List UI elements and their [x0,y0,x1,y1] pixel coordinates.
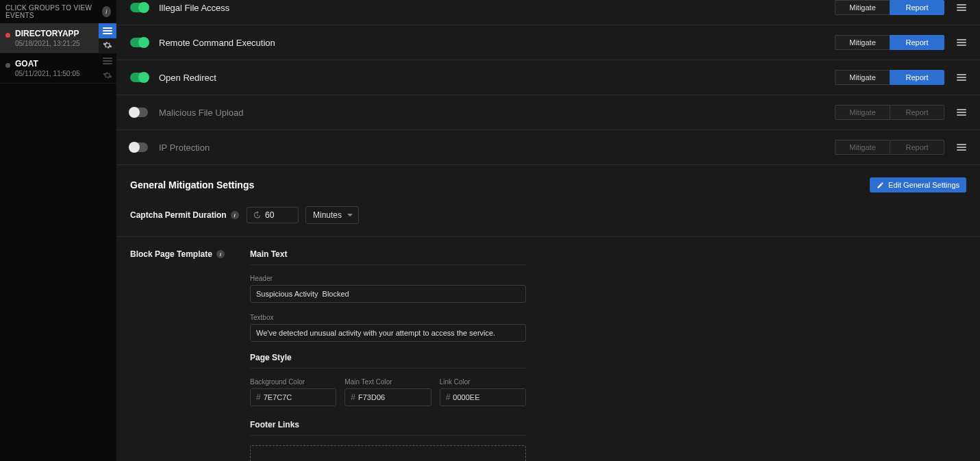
rule-row: Illegal File Access Mitigate Report [116,0,980,25]
pencil-icon [877,182,884,189]
duration-unit-select[interactable]: Minutes [305,206,359,224]
report-button[interactable]: Report [890,35,944,50]
hash-icon: # [351,393,355,402]
duration-input[interactable] [247,207,299,223]
info-icon[interactable]: i [216,250,225,258]
rule-row: Remote Command Execution Mitigate Report [116,25,980,60]
info-icon[interactable]: i [102,6,111,17]
header-input[interactable] [250,285,526,303]
sidebar: CLICK GROUPS TO VIEW EVENTS i DIRECTORYA… [0,0,116,461]
main-text-color-input[interactable]: # [344,388,431,406]
mitigate-button[interactable]: Mitigate [835,70,890,85]
rule-row: Malicious File Upload Mitigate Report [116,95,980,130]
rule-name: Open Redirect [159,73,216,83]
mitigate-button[interactable]: Mitigate [835,140,890,155]
link-color-input[interactable]: # [440,388,526,406]
report-button[interactable]: Report [890,140,944,155]
footer-links-heading: Footer Links [250,420,526,436]
sidebar-header-text: CLICK GROUPS TO VIEW EVENTS [5,4,102,19]
report-button[interactable]: Report [890,0,944,15]
captcha-duration-row: Captcha Permit Duration i Minutes [116,199,980,237]
textbox-label: Textbox [250,314,526,321]
duration-value-input[interactable] [265,210,292,220]
sidebar-group-goat[interactable]: GOAT 05/11/2021, 11:50:05 [0,53,116,84]
rule-name: Remote Command Execution [159,38,275,48]
row-menu-icon[interactable] [957,39,966,46]
group-date: 05/18/2021, 13:21:25 [15,40,110,47]
hash-icon: # [256,393,261,402]
rule-row: IP Protection Mitigate Report [116,130,980,165]
edit-general-settings-button[interactable]: Edit General Settings [870,177,966,192]
group-name: DIRECTORYAPP [15,29,110,38]
rule-name: IP Protection [159,142,210,153]
menu-icon[interactable] [99,53,116,68]
gear-icon[interactable] [99,68,116,84]
menu-icon[interactable] [99,23,116,38]
group-icon-column [99,53,116,83]
main-text-color-label: Main Text Color [344,378,431,386]
link-color-label: Link Color [440,378,526,386]
mitigate-button[interactable]: Mitigate [835,0,890,15]
textbox-input[interactable] [250,324,526,342]
mitigate-button[interactable]: Mitigate [835,35,890,50]
rule-actions: Mitigate Report [835,0,944,15]
row-menu-icon[interactable] [957,109,966,116]
info-icon[interactable]: i [231,211,239,219]
rule-toggle[interactable] [130,38,148,47]
report-button[interactable]: Report [890,105,944,120]
rule-actions: Mitigate Report [835,140,944,155]
page-style-heading: Page Style [250,353,526,369]
bg-color-label: Background Color [250,378,336,386]
group-name: GOAT [15,59,110,68]
history-icon [253,211,261,219]
main-panel: Illegal File Access Mitigate Report Remo… [116,0,980,461]
gear-icon[interactable] [99,38,116,53]
status-dot-icon [5,33,10,38]
rule-row: Open Redirect Mitigate Report [116,60,980,95]
group-date: 05/11/2021, 11:50:05 [15,70,110,77]
rule-name: Illegal File Access [159,3,229,13]
row-menu-icon[interactable] [957,144,966,151]
block-page-template-label: Block Page Template i [130,249,247,259]
general-settings-header: General Mitigation Settings Edit General… [116,165,980,199]
add-footer-link-button[interactable]: + Add footer link [250,445,526,461]
rule-actions: Mitigate Report [835,70,944,85]
mitigate-button[interactable]: Mitigate [835,105,890,120]
hash-icon: # [446,393,451,402]
rule-toggle[interactable] [130,3,148,12]
row-menu-icon[interactable] [957,74,966,81]
header-label: Header [250,275,526,282]
rule-toggle[interactable] [130,73,148,82]
group-icon-column [99,23,116,53]
sidebar-header: CLICK GROUPS TO VIEW EVENTS i [0,0,116,23]
rule-name: Malicious File Upload [159,108,244,118]
main-text-heading: Main Text [250,249,526,265]
edit-button-label: Edit General Settings [888,181,959,189]
rule-actions: Mitigate Report [835,35,944,50]
rule-toggle[interactable] [130,142,148,152]
bg-color-input[interactable]: # [250,388,336,406]
report-button[interactable]: Report [890,70,944,85]
status-dot-icon [5,63,10,68]
block-page-template-section: Block Page Template i Main Text Header T… [116,237,980,461]
section-title: General Mitigation Settings [130,179,254,190]
rule-toggle[interactable] [130,108,148,117]
rule-actions: Mitigate Report [835,105,944,120]
captcha-label: Captcha Permit Duration i [130,210,247,220]
sidebar-group-directoryapp[interactable]: DIRECTORYAPP 05/18/2021, 13:21:25 [0,23,116,53]
row-menu-icon[interactable] [957,4,966,11]
